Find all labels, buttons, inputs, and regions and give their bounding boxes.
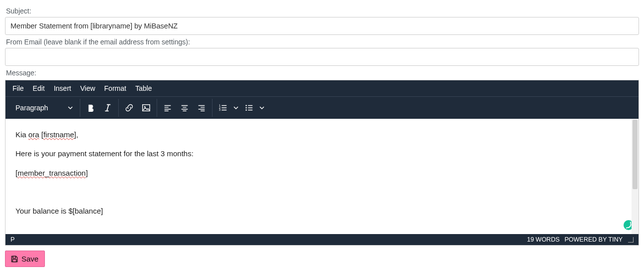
editor-line: Kia ora [firstname], (15, 130, 629, 140)
powered-by-tiny[interactable]: POWERED BY TINY (565, 236, 623, 243)
menu-table[interactable]: Table (135, 84, 152, 92)
editor-line: [member_transaction] (15, 168, 629, 178)
menu-file[interactable]: File (12, 84, 24, 92)
menu-insert[interactable]: Insert (54, 84, 71, 92)
save-icon (10, 255, 18, 263)
editor-statusbar: P 19 WORDS POWERED BY TINY (5, 234, 639, 245)
link-button[interactable] (121, 100, 138, 115)
message-label: Message: (6, 69, 639, 77)
save-button[interactable]: Save (5, 251, 45, 267)
editor-line: Your balance is $[balance] (15, 206, 629, 216)
word-count: 19 WORDS (527, 236, 559, 243)
rich-text-editor: File Edit Insert View Format Table Parag… (5, 80, 639, 246)
scrollbar-thumb[interactable] (633, 120, 638, 189)
svg-point-7 (246, 109, 247, 111)
save-button-label: Save (21, 255, 38, 263)
svg-rect-9 (12, 260, 16, 262)
bullet-list-button[interactable] (240, 100, 257, 115)
align-right-button[interactable] (193, 100, 210, 115)
from-email-label: From Email (leave blank if the email add… (6, 38, 639, 46)
svg-point-6 (246, 107, 247, 109)
align-center-button[interactable] (176, 100, 193, 115)
editor-line (15, 187, 629, 197)
editor-menubar: File Edit Insert View Format Table (5, 80, 639, 96)
editor-line: Here is your payment statement for the l… (15, 149, 629, 159)
svg-point-5 (246, 105, 247, 106)
from-email-input[interactable] (5, 48, 639, 66)
numbered-list-button[interactable]: 123 (215, 100, 231, 115)
subject-input[interactable] (5, 17, 639, 35)
resize-handle[interactable] (628, 237, 634, 243)
bullet-list-menu[interactable] (257, 105, 266, 110)
chevron-down-icon (68, 105, 73, 110)
block-format-select[interactable]: Paragraph (10, 104, 78, 112)
svg-text:3: 3 (219, 108, 220, 111)
menu-edit[interactable]: Edit (33, 84, 45, 92)
status-element-path[interactable]: P (10, 236, 14, 243)
image-button[interactable] (138, 100, 155, 115)
align-left-button[interactable] (159, 100, 176, 115)
menu-view[interactable]: View (80, 84, 95, 92)
subject-label: Subject: (6, 7, 639, 15)
editor-content-area[interactable]: Kia ora [firstname], Here is your paymen… (5, 119, 639, 234)
editor-scrollbar[interactable] (632, 119, 639, 234)
italic-button[interactable] (99, 100, 116, 115)
svg-rect-8 (13, 256, 16, 258)
menu-format[interactable]: Format (104, 84, 126, 92)
numbered-list-menu[interactable] (231, 105, 240, 110)
bold-button[interactable] (82, 100, 99, 115)
block-format-label: Paragraph (15, 104, 48, 112)
editor-toolbar: Paragraph (5, 96, 639, 119)
svg-rect-0 (143, 105, 150, 111)
